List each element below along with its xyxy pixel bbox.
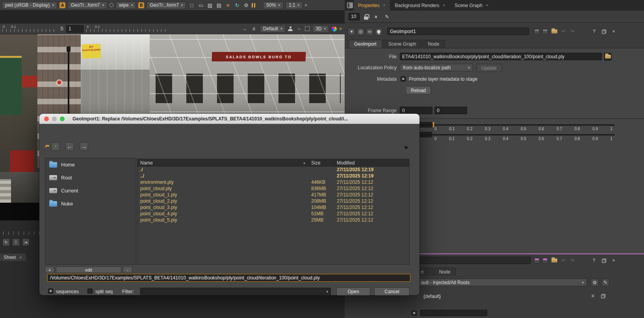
file-path-input[interactable]	[400, 53, 602, 60]
tab-properties[interactable]: Properties ×	[354, 0, 390, 11]
tab-scene-graph[interactable]: Scene Graph ×	[450, 0, 493, 11]
zoom-dropdown[interactable]: 50% ▾	[263, 2, 283, 9]
ratio-dropdown[interactable]: 1:1 ▾	[286, 2, 303, 9]
dope-sheet-tab[interactable]: Sheet ×	[0, 253, 26, 261]
open-button[interactable]: Open	[336, 287, 370, 296]
table-row[interactable]: point_cloud_4.ply51MB27/11/2025 12:12	[137, 211, 409, 217]
table-row[interactable]: point_cloud_2.ply208MB27/11/2025 12:12	[137, 198, 409, 204]
close-panel-icon[interactable]: ×	[610, 28, 618, 35]
view-mode-dropdown[interactable]: 3D ▾	[312, 25, 329, 33]
display-transform-dropdown[interactable]: ped (sRGB - Display) ▾	[2, 2, 57, 9]
revert-folder-icon[interactable]	[550, 28, 558, 35]
dialog-titlebar[interactable]: GeoImport1: Replace /Volumes/ChloesExHD/…	[39, 114, 419, 124]
viewer-range-ruler[interactable]: 0 0.1	[86, 26, 167, 32]
table-row[interactable]: point_cloud_3.ply104MB27/11/2025 12:12	[137, 204, 409, 211]
table-row[interactable]: ../27/11/2025 12:19	[137, 173, 409, 179]
remove-favorite-button[interactable]: -	[123, 266, 132, 273]
max-panels-input[interactable]	[349, 13, 360, 20]
input-a-dropdown[interactable]: GeoTr...form7 ▾	[68, 2, 107, 9]
metadata-checkbox[interactable]: ×	[401, 76, 406, 81]
region-of-interest-icon[interactable]	[305, 26, 310, 31]
table-row[interactable]: point_cloud_5.ply25MB27/11/2025 12:12	[137, 217, 409, 223]
sequences-checkbox[interactable]: ×	[48, 288, 53, 294]
lock-icon[interactable]	[364, 17, 368, 20]
layers-icon[interactable]: ≡	[225, 2, 231, 9]
collapse-icon[interactable]: ▾	[348, 28, 355, 35]
path-input[interactable]	[47, 274, 410, 282]
gear-icon[interactable]: ⚙	[591, 279, 599, 287]
node-name-input[interactable]	[387, 28, 529, 35]
add-favorite-button[interactable]: +	[45, 266, 54, 273]
back-icon[interactable]: ←	[65, 142, 74, 151]
tab-geoimport[interactable]: GeoImport	[349, 40, 382, 48]
revert-folder-icon[interactable]	[550, 257, 558, 264]
frame-marker[interactable]	[433, 122, 434, 127]
localization-policy-dropdown[interactable]: from auto-localize path ▾	[400, 64, 473, 71]
column-name[interactable]: Name ▲	[137, 159, 308, 166]
help-icon[interactable]: ?	[590, 28, 598, 35]
table-row[interactable]: environment.ply446KB27/11/2025 12:12	[137, 179, 409, 185]
close-icon[interactable]: ×	[383, 3, 386, 7]
file-browse-button[interactable]	[604, 53, 612, 61]
filter-dropdown[interactable]: ▾	[140, 288, 331, 296]
close-icon[interactable]: ×	[19, 255, 22, 260]
up-directory-icon[interactable]: ↑	[51, 142, 60, 151]
clear-panels-icon[interactable]: ×	[373, 13, 379, 20]
rect-icon[interactable]: ▭	[197, 2, 204, 9]
zoom-window-button[interactable]	[60, 116, 65, 121]
curve-icon[interactable]: ~	[295, 26, 302, 32]
lightbulb-icon[interactable]	[375, 28, 382, 35]
redo-icon[interactable]: ↷	[569, 28, 575, 35]
in-marker-button[interactable]: I	[12, 238, 20, 246]
tab-node[interactable]: Node	[422, 40, 445, 48]
node-color-swatch[interactable]	[534, 28, 540, 35]
sidebar-item-current[interactable]: Current	[45, 184, 136, 197]
tab-node[interactable]: Node	[434, 268, 456, 276]
stereo-input[interactable]	[66, 25, 84, 33]
close-panel-icon[interactable]: ×	[610, 257, 618, 264]
partial-checkbox[interactable]: ×	[412, 311, 417, 316]
gl-color-swatch[interactable]	[542, 257, 548, 264]
close-window-button[interactable]	[44, 116, 49, 121]
tab-node-scene-graph[interactable]: Scene Graph	[383, 40, 422, 48]
pencil-icon[interactable]: ✎	[384, 13, 390, 20]
column-size[interactable]: Size	[308, 159, 334, 166]
sidebar-item-home[interactable]: Home	[45, 158, 136, 171]
wipe-mode-dropdown[interactable]: wipe ▾	[116, 2, 136, 9]
cycle-icon[interactable]: ↻	[2, 238, 10, 246]
goto-input-icon[interactable]: →	[241, 26, 248, 32]
table-row[interactable]: ./27/11/2025 12:19	[137, 166, 409, 173]
frame-start-input[interactable]	[400, 107, 432, 114]
person-icon[interactable]	[288, 26, 293, 31]
color-wheel-icon[interactable]	[332, 26, 337, 31]
gl-color-swatch[interactable]	[542, 28, 548, 35]
pause-icon[interactable]	[252, 3, 255, 7]
frame-slider-track[interactable]	[421, 134, 614, 135]
sidebar-item-root[interactable]: Root	[45, 171, 136, 184]
frame-slider-track[interactable]	[421, 124, 614, 126]
update-button[interactable]: Update	[476, 64, 502, 72]
square-icon[interactable]: □	[188, 2, 195, 9]
refresh-icon[interactable]: ↻	[234, 2, 240, 9]
frame-end-input[interactable]	[434, 107, 467, 114]
node-color-swatch[interactable]	[534, 257, 540, 264]
close-icon[interactable]: ×	[443, 3, 445, 7]
center-node-icon[interactable]: ◎	[357, 28, 364, 35]
root-selection-dropdown[interactable]: ault - Injected/All Roots ▾	[410, 279, 587, 286]
partial-input[interactable]	[420, 310, 487, 316]
input-b-dropdown[interactable]: GeoTr...form7 ▾	[147, 2, 186, 9]
undo-icon[interactable]: ↶	[560, 28, 567, 35]
forward-icon[interactable]: →	[80, 142, 88, 151]
tab-background-renders[interactable]: Background Renders ×	[391, 0, 450, 11]
reload-button[interactable]: Reload	[406, 86, 431, 94]
skip-to-start-icon[interactable]: |◀	[22, 238, 30, 246]
infinity-icon[interactable]: ∞	[366, 28, 373, 35]
table-row[interactable]: point_cloud_1.ply417MB27/11/2025 12:12	[137, 192, 409, 198]
undo-icon[interactable]: ↶	[560, 257, 567, 264]
more-chevron-icon[interactable]: »	[338, 28, 344, 30]
checkerboard-icon[interactable]: ▨	[206, 2, 213, 9]
redo-icon[interactable]: ↷	[569, 257, 575, 264]
pencil-icon[interactable]: ✎	[601, 279, 609, 287]
viewer-timeline-ruler[interactable]: 0 0.1	[2, 26, 58, 32]
list-icon[interactable]: ≡	[589, 292, 597, 300]
